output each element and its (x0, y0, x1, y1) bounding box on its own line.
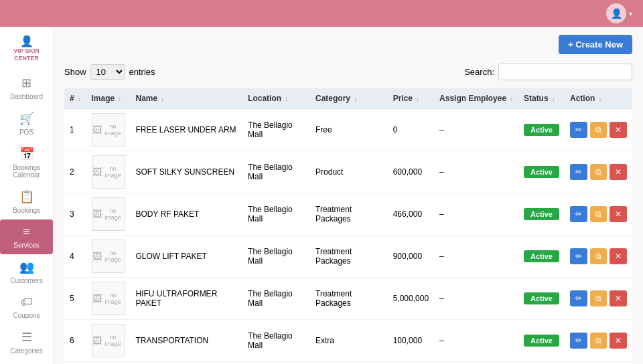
sidebar-item-services[interactable]: ≡ Services (0, 219, 53, 254)
cell-category: Treatment Packages (310, 278, 388, 320)
edit-button[interactable]: ✏ (570, 164, 587, 180)
delete-button[interactable]: ✕ (610, 122, 627, 138)
cell-category: Free (310, 109, 388, 151)
sidebar-item-customers[interactable]: 👥 Customers (0, 254, 53, 290)
edit-button[interactable]: ✏ (570, 333, 587, 349)
cell-num: 1 (64, 109, 86, 151)
cell-action: ✏ ⧉ ✕ (565, 151, 632, 193)
cell-category: Treatment Packages (310, 236, 388, 278)
cell-price: 5,000,000 (388, 278, 434, 320)
table-row: 5 🖼 no image HIFU ULTRAFORMER PAKET The … (64, 278, 632, 320)
brand-logo: 👤 VIP SKIN CENTER (0, 32, 53, 70)
col-assign-employee: Assign Employee ↕ (434, 88, 518, 109)
col-price: Price ↕ (388, 88, 434, 109)
cell-image: 🖼 no image (86, 278, 131, 320)
action-buttons: ✏ ⧉ ✕ (570, 206, 627, 222)
delete-button[interactable]: ✕ (610, 290, 627, 306)
cell-status: Active (518, 362, 565, 365)
table-row: 3 🖼 no image BODY RF PAKET The Bellagio … (64, 193, 632, 236)
cell-assign-employee: – (434, 320, 518, 362)
cell-status: Active (518, 151, 565, 193)
edit-button[interactable]: ✏ (570, 290, 587, 306)
no-image-placeholder: 🖼 no image (92, 282, 125, 315)
table-row: 6 🖼 no image TRANSPORTATION The Bellagio… (64, 320, 632, 362)
sidebar-item-categories[interactable]: ☰ Categories (0, 325, 53, 360)
table-row: 2 🖼 no image SOFT SILKY SUNSCREEN The Be… (64, 151, 632, 193)
sidebar-item-bookings[interactable]: 📋 Bookings (0, 184, 53, 219)
delete-button[interactable]: ✕ (610, 248, 627, 264)
coupons-icon: 🏷 (21, 295, 33, 309)
cell-action: ✏ ⧉ ✕ (565, 109, 632, 151)
chevron-down-icon: ▾ (629, 10, 632, 17)
cell-image: 🖼 no image (86, 320, 131, 362)
sidebar-item-locations[interactable]: 📍 Locations (0, 360, 53, 364)
main-content: + Create New Show 10 25 50 100 entries S… (54, 27, 643, 364)
action-buttons: ✏ ⧉ ✕ (570, 248, 627, 264)
edit-button[interactable]: ✏ (570, 206, 587, 222)
sidebar-item-dashboard[interactable]: ⊞ Dashboard (0, 70, 53, 106)
edit-button[interactable]: ✏ (570, 248, 587, 264)
copy-button[interactable]: ⧉ (590, 248, 607, 264)
copy-button[interactable]: ⧉ (590, 164, 607, 180)
cell-category: Treatment Packages (310, 193, 388, 236)
cell-image: 🖼 no image (86, 151, 131, 193)
delete-button[interactable]: ✕ (610, 164, 627, 180)
cell-assign-employee: – (434, 193, 518, 236)
cell-action: ✏ ⧉ ✕ (565, 193, 632, 236)
action-buttons: ✏ ⧉ ✕ (570, 333, 627, 349)
copy-button[interactable]: ⧉ (590, 290, 607, 306)
cell-num: 4 (64, 236, 86, 278)
search-input[interactable] (498, 64, 632, 80)
action-buttons: ✏ ⧉ ✕ (570, 290, 627, 306)
cell-num: 5 (64, 278, 86, 320)
controls-row: Show 10 25 50 100 entries Search: (64, 64, 632, 80)
cell-image: 🖼 no image (86, 109, 131, 151)
bookings-icon: 📋 (19, 189, 34, 204)
edit-button[interactable]: ✏ (570, 122, 587, 138)
cell-category: Treatment Packages (310, 362, 388, 365)
col-status: Status ↕ (518, 88, 565, 109)
cell-category: Extra (310, 320, 388, 362)
sidebar-item-coupons[interactable]: 🏷 Coupons (0, 290, 53, 325)
delete-button[interactable]: ✕ (610, 333, 627, 349)
cell-assign-employee: – (434, 109, 518, 151)
cell-category: Product (310, 151, 388, 193)
cell-num: 3 (64, 193, 86, 236)
status-badge: Active (524, 208, 559, 220)
cell-assign-employee: – (434, 236, 518, 278)
cell-location: The Bellagio Mall (242, 151, 310, 193)
cell-status: Active (518, 236, 565, 278)
cell-num: 6 (64, 320, 86, 362)
cell-assign-employee: – (434, 151, 518, 193)
user-dropdown[interactable]: 👤 ▾ (606, 3, 632, 23)
cell-action: ✏ ⧉ ✕ (565, 320, 632, 362)
sidebar-item-pos[interactable]: 🛒 POS (0, 106, 53, 141)
entries-select[interactable]: 10 25 50 100 (90, 64, 125, 80)
cell-location: The Bellagio Mall (242, 362, 310, 365)
categories-icon: ☰ (21, 330, 32, 345)
copy-button[interactable]: ⧉ (590, 122, 607, 138)
sidebar-item-bookings-calendar[interactable]: 📅 Bookings Calendar (0, 141, 53, 184)
cell-num: 2 (64, 151, 86, 193)
cell-name: SOFT SILKY SUNSCREEN (131, 151, 243, 193)
services-icon: ≡ (23, 225, 30, 239)
dashboard-icon: ⊞ (21, 76, 31, 90)
cell-location: The Bellagio Mall (242, 320, 310, 362)
sidebar: 👤 VIP SKIN CENTER ⊞ Dashboard 🛒 POS 📅 Bo… (0, 27, 54, 364)
avatar: 👤 (606, 3, 626, 23)
copy-button[interactable]: ⧉ (590, 333, 607, 349)
status-badge: Active (524, 250, 559, 262)
cell-name: HIFU ULTRAFORMER PAKET (131, 278, 243, 320)
cell-name: GLOW LIFT PAKET (131, 236, 243, 278)
copy-button[interactable]: ⧉ (590, 206, 607, 222)
cell-image: 🖼 no image (86, 236, 131, 278)
create-new-button[interactable]: + Create New (559, 35, 632, 54)
cell-price: 900,000 (388, 236, 434, 278)
delete-button[interactable]: ✕ (610, 206, 627, 222)
cell-action: ✏ ⧉ ✕ (565, 236, 632, 278)
table-row: 1 🖼 no image FREE LASER UNDER ARM The Be… (64, 109, 632, 151)
cell-location: The Bellagio Mall (242, 109, 310, 151)
col-action: Action ↕ (565, 88, 632, 109)
status-badge: Active (524, 292, 559, 304)
table-row: 7 🖼 no image Paket Kromosom The Bellagio… (64, 362, 632, 365)
